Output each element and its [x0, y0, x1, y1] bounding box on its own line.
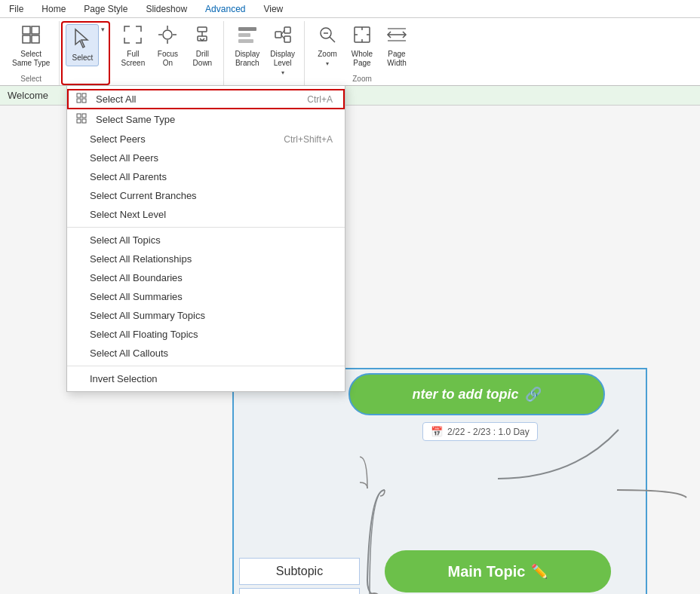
- page-width-icon: [386, 24, 407, 48]
- svg-rect-13: [238, 27, 256, 31]
- select-all-icon: [76, 93, 87, 106]
- separator-2: [67, 366, 345, 366]
- dropdown-select-all-boundaries[interactable]: Select All Boundaries: [67, 268, 345, 287]
- invert-selection-label: Invert Selection: [90, 373, 158, 384]
- dropdown-select-all-relationships[interactable]: Select All Relationships: [67, 250, 345, 268]
- select-dropdown-arrow[interactable]: ▾: [100, 24, 106, 38]
- page-width-btn[interactable]: PageWidth: [380, 21, 413, 71]
- dropdown-select-all-parents[interactable]: Select All Parents: [67, 167, 345, 186]
- display-level-label: DisplayLevel: [270, 50, 295, 68]
- dropdown-select-all-topics[interactable]: Select All Topics: [67, 231, 345, 250]
- dropdown-select-next-level[interactable]: Select Next Level: [67, 205, 345, 224]
- dropdown-invert-selection[interactable]: Invert Selection: [67, 369, 345, 388]
- dropdown-select-all-callouts[interactable]: Select All Callouts: [67, 344, 345, 363]
- svg-rect-28: [77, 93, 81, 97]
- dropdown-select-current-branches[interactable]: Select Current Branches: [67, 186, 345, 205]
- menu-advanced[interactable]: Advanced: [202, 2, 248, 16]
- display-branch-label: DisplayBranch: [235, 50, 259, 68]
- select-all-label: Select All: [96, 93, 136, 105]
- dropdown-select-all[interactable]: Select All Ctrl+A: [67, 89, 345, 109]
- full-screen-icon: [122, 24, 143, 48]
- main-topic-label: Main Topic: [448, 563, 526, 580]
- display-group: DisplayBranch DisplayLevel ▾: [226, 21, 305, 85]
- svg-rect-14: [238, 33, 250, 37]
- zoom-group-label: Zoom: [352, 75, 372, 85]
- main-topic-edit-icon: ✏️: [531, 563, 548, 580]
- display-level-icon: [272, 24, 293, 48]
- select-same-type-dd-icon: [76, 113, 87, 126]
- svg-rect-17: [284, 27, 290, 33]
- focus-on-label: FocusOn: [158, 50, 178, 68]
- dropdown-select-all-summary-topics[interactable]: Select All Summary Topics: [67, 306, 345, 325]
- drill-down-btn[interactable]: DrillDown: [186, 21, 219, 71]
- add-topic-node[interactable]: nter to add topic 🔗: [348, 373, 605, 415]
- select-btn[interactable]: Select: [66, 24, 99, 66]
- subtopic-1-label: Subtopic: [276, 565, 323, 577]
- zoom-group: Zoom ▾ WholePage PageWidth Zoom: [306, 21, 418, 85]
- subtopic-2-node[interactable]: Subtopic: [239, 588, 360, 594]
- zoom-label: Zoom: [318, 50, 337, 59]
- svg-marker-4: [75, 29, 88, 47]
- focus-on-icon: [157, 24, 178, 48]
- drill-down-label: DrillDown: [193, 50, 213, 68]
- svg-point-5: [163, 30, 172, 39]
- select-all-shortcut: Ctrl+A: [307, 94, 333, 105]
- dropdown-select-all-peers[interactable]: Select All Peers: [67, 148, 345, 167]
- dropdown-select-same-type[interactable]: Select Same Type: [67, 109, 345, 130]
- select-all-peers-label: Select All Peers: [90, 152, 158, 164]
- full-screen-label: FullScreen: [121, 50, 146, 68]
- display-branch-btn[interactable]: DisplayBranch: [230, 21, 264, 71]
- whole-page-btn[interactable]: WholePage: [345, 21, 379, 71]
- focus-on-btn[interactable]: FocusOn: [151, 21, 184, 71]
- select-peers-shortcut: Ctrl+Shift+A: [284, 134, 333, 145]
- menu-page-style[interactable]: Page Style: [81, 2, 130, 16]
- zoom-btn[interactable]: Zoom ▾: [311, 21, 344, 70]
- ribbon: SelectSame Type Select Select ▾ FullScre…: [0, 18, 700, 86]
- svg-rect-30: [77, 99, 81, 103]
- svg-rect-34: [77, 119, 81, 123]
- select-same-type-icon: [20, 24, 41, 48]
- svg-rect-31: [82, 99, 86, 103]
- svg-rect-1: [32, 26, 39, 34]
- full-screen-btn[interactable]: FullScreen: [116, 21, 149, 71]
- add-topic-link-icon: 🔗: [525, 386, 542, 403]
- menu-file[interactable]: File: [6, 2, 26, 16]
- select-all-floating-topics-label: Select All Floating Topics: [90, 329, 198, 340]
- view-controls-group: FullScreen FocusOn DrillDown: [112, 21, 224, 85]
- welcome-text: Welcome: [8, 90, 48, 101]
- svg-rect-15: [238, 39, 253, 43]
- svg-rect-35: [82, 119, 86, 123]
- select-same-type-btn[interactable]: SelectSame Type: [8, 21, 54, 71]
- select-peers-label: Select Peers: [90, 133, 146, 145]
- select-all-summaries-label: Select All Summaries: [90, 291, 183, 302]
- menu-view[interactable]: View: [260, 2, 286, 16]
- add-topic-label: nter to add topic: [413, 387, 519, 403]
- select-same-type-group-label: Select: [20, 75, 41, 85]
- select-same-type-label: SelectSame Type: [12, 50, 50, 68]
- dropdown-select-peers[interactable]: Select Peers Ctrl+Shift+A: [67, 130, 345, 148]
- svg-rect-3: [32, 35, 39, 43]
- separator-1: [67, 227, 345, 228]
- svg-rect-0: [23, 26, 30, 34]
- select-group: Select ▾: [61, 21, 110, 85]
- select-current-branches-label: Select Current Branches: [90, 190, 197, 201]
- dropdown-select-all-floating-topics[interactable]: Select All Floating Topics: [67, 325, 345, 344]
- menubar: File Home Page Style Slideshow Advanced …: [0, 0, 700, 18]
- svg-rect-18: [284, 36, 290, 42]
- zoom-icon: [317, 24, 338, 48]
- dropdown-menu: Select All Ctrl+A Select Same Type Selec…: [66, 85, 345, 392]
- main-topic-node[interactable]: Main Topic ✏️: [385, 550, 611, 592]
- menu-home[interactable]: Home: [38, 2, 69, 16]
- subtopic-1-node[interactable]: Subtopic: [239, 558, 360, 585]
- date-badge: 📅 2/22 - 2/23 : 1.0 Day: [422, 422, 538, 441]
- subtopics-container: Subtopic Subtopic: [239, 558, 360, 594]
- svg-rect-29: [82, 93, 86, 97]
- svg-rect-10: [198, 27, 207, 32]
- menu-slideshow[interactable]: Slideshow: [143, 2, 190, 16]
- select-all-callouts-label: Select All Callouts: [90, 348, 168, 359]
- select-label: Select: [72, 54, 94, 63]
- date-range-text: 2/22 - 2/23 : 1.0 Day: [447, 427, 530, 437]
- display-level-btn[interactable]: DisplayLevel ▾: [266, 21, 299, 79]
- dropdown-select-all-summaries[interactable]: Select All Summaries: [67, 287, 345, 306]
- whole-page-icon: [352, 24, 373, 48]
